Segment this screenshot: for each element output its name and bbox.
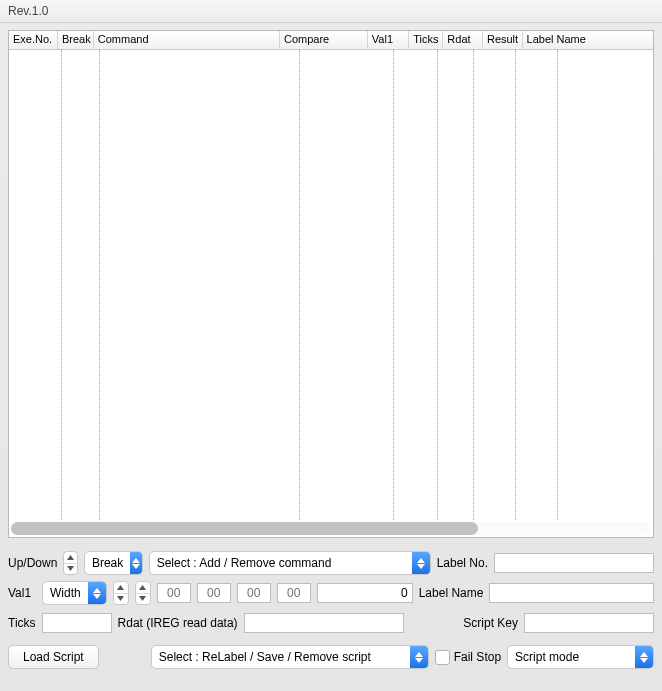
col-divider [473,50,474,520]
col-rdat[interactable]: Rdat [443,31,483,49]
horizontal-scrollbar[interactable] [11,522,651,535]
col-divider [557,50,558,520]
chevron-down-icon[interactable] [114,594,128,605]
svg-marker-14 [640,652,648,657]
val1-stepper-b[interactable] [135,581,151,605]
svg-marker-11 [139,596,146,601]
script-key-input[interactable] [524,613,654,633]
label-name-label: Label Name [419,586,484,600]
fail-stop-checkbox[interactable]: Fail Stop [435,650,501,665]
svg-marker-8 [117,585,124,590]
col-label-name[interactable]: Label Name [523,31,653,49]
svg-marker-2 [132,558,140,563]
svg-marker-15 [640,658,648,663]
col-divider [437,50,438,520]
updown-label: Up/Down [8,556,57,570]
ticks-label: Ticks [8,616,36,630]
chevron-up-icon[interactable] [64,552,77,564]
col-compare[interactable]: Compare [280,31,368,49]
col-divider [393,50,394,520]
ticks-input[interactable] [42,613,112,633]
scrollbar-thumb[interactable] [11,522,478,535]
hex-byte-0[interactable] [157,583,191,603]
col-break[interactable]: Break [58,31,94,49]
svg-marker-5 [417,564,425,569]
svg-marker-6 [93,588,101,593]
val1-label: Val1 [8,586,36,600]
window-titlebar: Rev.1.0 [0,0,662,23]
select-arrows-icon [410,646,428,668]
val1-dec-input[interactable] [317,583,413,603]
col-val1[interactable]: Val1 [368,31,409,49]
svg-marker-1 [67,566,74,571]
label-name-input[interactable] [489,583,654,603]
col-exe-no[interactable]: Exe.No. [9,31,58,49]
col-divider [99,50,100,520]
script-action-select[interactable]: Select : ReLabel / Save / Remove script [151,645,429,669]
script-mode-select[interactable]: Script mode [507,645,654,669]
width-select[interactable]: Width [42,581,107,605]
svg-marker-7 [93,594,101,599]
hex-byte-3[interactable] [277,583,311,603]
chevron-down-icon[interactable] [136,594,150,605]
label-no-input[interactable] [494,553,654,573]
hex-byte-2[interactable] [237,583,271,603]
col-divider [299,50,300,520]
fail-stop-label: Fail Stop [454,650,501,664]
checkbox-box [435,650,450,665]
svg-marker-9 [117,596,124,601]
select-arrows-icon [130,552,141,574]
col-command[interactable]: Command [94,31,280,49]
col-result[interactable]: Result [483,31,523,49]
table-header-row: Exe.No. Break Command Compare Val1 Ticks… [9,31,653,50]
label-no-label: Label No. [437,556,488,570]
script-table[interactable]: Exe.No. Break Command Compare Val1 Ticks… [8,30,654,538]
select-arrows-icon [88,582,106,604]
svg-marker-10 [139,585,146,590]
rdat-input[interactable] [244,613,404,633]
window-title: Rev.1.0 [8,4,48,18]
table-body[interactable] [9,50,653,520]
command-select[interactable]: Select : Add / Remove command [149,551,431,575]
col-divider [515,50,516,520]
col-ticks[interactable]: Ticks [409,31,443,49]
chevron-up-icon[interactable] [136,582,150,594]
break-select[interactable]: Break [84,551,143,575]
col-divider [61,50,62,520]
svg-marker-12 [415,652,423,657]
rdat-label: Rdat (IREG read data) [118,616,238,630]
val1-stepper-a[interactable] [113,581,129,605]
load-script-button[interactable]: Load Script [8,645,99,669]
svg-marker-4 [417,558,425,563]
hex-byte-1[interactable] [197,583,231,603]
updown-stepper[interactable] [63,551,78,575]
select-arrows-icon [412,552,430,574]
svg-marker-3 [132,564,140,569]
chevron-down-icon[interactable] [64,564,77,575]
chevron-up-icon[interactable] [114,582,128,594]
svg-marker-0 [67,555,74,560]
script-key-label: Script Key [463,616,518,630]
svg-marker-13 [415,658,423,663]
select-arrows-icon [635,646,653,668]
